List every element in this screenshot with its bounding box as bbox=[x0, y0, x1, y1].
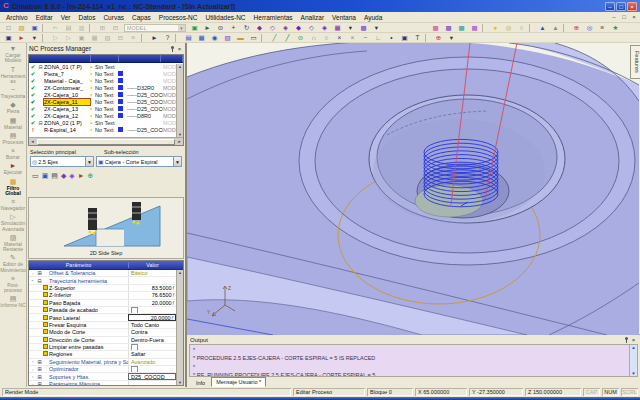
expander-icon[interactable]: ⊟ bbox=[37, 120, 44, 126]
param-row[interactable]: Z-Superior 83.5000 bbox=[29, 285, 176, 292]
expander-icon[interactable]: ⊞ bbox=[36, 366, 43, 372]
param-value[interactable]: Básico bbox=[128, 270, 176, 276]
rotate-view-icon[interactable]: ↻ bbox=[240, 23, 253, 32]
param-row[interactable]: Z-Inferior 76.6500 bbox=[29, 292, 176, 299]
simulate-icon[interactable]: ▷ bbox=[49, 33, 62, 42]
tab-mensaje-usuario[interactable]: Mensaje Usuario * bbox=[211, 377, 266, 387]
trim-icon[interactable]: × bbox=[346, 33, 359, 42]
param-row[interactable]: ▫ ⊞ Offset & Tolerancia Básico bbox=[29, 270, 176, 277]
minimize-button[interactable]: – bbox=[605, 2, 615, 11]
menu-item[interactable]: Datos bbox=[74, 14, 99, 21]
expander-icon[interactable]: ⊞ bbox=[36, 374, 43, 380]
viewport-3d[interactable]: Y Z Features bbox=[187, 43, 640, 335]
view-dropdown-arrow[interactable]: ▾ bbox=[370, 23, 383, 32]
tree-row[interactable]: ✔ Material - Caja_ No Text MODEL bbox=[29, 77, 176, 84]
link-icon[interactable]: ⊞ bbox=[96, 23, 109, 32]
param-value[interactable]: Todo Canto bbox=[128, 322, 176, 328]
sidebar-informe-nc[interactable]: ▤ Informe NC bbox=[0, 295, 27, 308]
param-row[interactable]: Paso Lateral 20.0000 bbox=[29, 314, 176, 321]
color-chip[interactable] bbox=[118, 127, 127, 132]
tree-row[interactable]: ✔ 2X-Cajera_13 No Text D25_COCO MODEL bbox=[29, 105, 176, 112]
spline-icon[interactable]: ~ bbox=[359, 33, 372, 42]
param-row[interactable]: ▫ ⊞ Parámetros Máquina bbox=[29, 381, 176, 385]
circle-icon[interactable]: ⊙ bbox=[294, 33, 307, 42]
simulate-stop-icon[interactable]: ▣ bbox=[75, 33, 88, 42]
hand-icon[interactable]: ▬ bbox=[234, 33, 247, 42]
sidebar-herramientas[interactable]: T Herramientas bbox=[0, 66, 27, 85]
mdi-window-button[interactable]: × bbox=[630, 13, 638, 21]
line-icon[interactable]: ╱ bbox=[268, 33, 281, 42]
simulate-step-icon[interactable]: ▷ bbox=[62, 33, 75, 42]
tree-horizontal-scrollbar[interactable]: ◄► bbox=[29, 137, 183, 145]
param-value[interactable] bbox=[128, 307, 176, 313]
param-row[interactable]: Regiones Saltar bbox=[29, 351, 176, 358]
info-icon[interactable]: ◉ bbox=[208, 33, 221, 42]
param-value[interactable] bbox=[128, 277, 176, 283]
arrow-up-grey-icon[interactable]: ▲ bbox=[549, 23, 562, 32]
edit-process-icon[interactable]: ▣ bbox=[42, 171, 49, 180]
param-row[interactable]: Paso Bajada 20.0000 bbox=[29, 300, 176, 307]
part-3d-view[interactable]: Y Z bbox=[187, 43, 639, 335]
sidebar-procesos[interactable]: ▤ Procesos bbox=[0, 132, 27, 145]
param-row[interactable]: Fresar Esquina Todo Canto bbox=[29, 322, 176, 329]
tree-row[interactable]: ✔ 2X-Cajera_12 No Text D8R0 MODEL bbox=[29, 112, 176, 119]
close-icon[interactable]: × bbox=[176, 45, 183, 53]
expander-icon[interactable]: ⊟ bbox=[37, 64, 44, 70]
pointer-icon[interactable]: ► bbox=[148, 33, 161, 42]
table-icon[interactable]: ▤ bbox=[182, 33, 195, 42]
expander-icon[interactable]: ⊟ bbox=[36, 278, 43, 284]
param-row[interactable]: ▫ ⊞ Soportes y Htas. D25_COCOD bbox=[29, 373, 176, 380]
sidebar-material[interactable]: ▦ Material bbox=[0, 117, 27, 130]
cut-icon[interactable]: ✂ bbox=[49, 23, 62, 32]
pin-icon[interactable] bbox=[169, 45, 176, 53]
tree-row[interactable]: ✔ ⊟ ZONA_01 (7 P) Sin Text MODEL bbox=[29, 63, 176, 70]
text-icon[interactable]: T bbox=[411, 33, 424, 42]
color-chip[interactable] bbox=[118, 106, 127, 111]
output-log[interactable]: ** PROCEDURE 2.5 EJES-CAJERA - CORTE ESP… bbox=[189, 344, 638, 377]
mdi-window-button[interactable]: – bbox=[610, 13, 618, 21]
stock-icon[interactable]: ▦ bbox=[88, 33, 101, 42]
menu-item[interactable]: Utilidades-NC bbox=[201, 14, 249, 21]
tools-table-icon[interactable]: ◈ bbox=[69, 171, 74, 180]
window-pink-icon[interactable]: ▩ bbox=[429, 23, 442, 32]
chart-icon[interactable]: ▧ bbox=[221, 33, 234, 42]
param-value[interactable]: D25_COCOD bbox=[128, 373, 176, 379]
shaded-mode-icon[interactable]: ◆ bbox=[253, 23, 266, 32]
open-folder-icon[interactable]: ▨ bbox=[15, 23, 28, 32]
tree-row[interactable]: ! R-Espiral_14 No Text D25_COCO MODEL bbox=[29, 126, 176, 133]
hidden-line-mode-icon[interactable]: ◈ bbox=[279, 23, 292, 32]
section-mode-icon[interactable]: ◈ bbox=[318, 23, 331, 32]
corner-icon[interactable]: ∟ bbox=[372, 33, 385, 42]
param-value[interactable]: Contra bbox=[128, 329, 176, 335]
chevron-down-icon[interactable]: ▾ bbox=[178, 25, 185, 31]
tree-row[interactable]: ✔ Pieza_7 No Text MODEL bbox=[29, 70, 176, 77]
delete-geometry-icon[interactable]: × bbox=[333, 33, 346, 42]
param-value[interactable]: 76.6500 bbox=[128, 292, 176, 298]
main-selection-combo[interactable]: ◎ 2.5 Ejes ▼ bbox=[30, 156, 94, 167]
color-chip[interactable] bbox=[118, 85, 127, 90]
paste-icon[interactable]: ▥ bbox=[75, 23, 88, 32]
polyline-icon[interactable]: ╱ bbox=[281, 33, 294, 42]
param-value[interactable] bbox=[128, 344, 176, 350]
render-options-icon[interactable]: ▦ bbox=[331, 23, 344, 32]
document-icon[interactable]: ▭ bbox=[247, 33, 260, 42]
pick-tool-icon[interactable]: ► bbox=[78, 171, 85, 180]
pin-icon[interactable] bbox=[623, 336, 630, 344]
bulb-half-icon[interactable]: ◎ bbox=[502, 23, 515, 32]
param-row[interactable]: ▫ ⊞ Seguimiento Material, pinza y So Ava… bbox=[29, 359, 176, 366]
display-mode-icon[interactable]: ◆ bbox=[292, 23, 305, 32]
tab-info[interactable]: Info bbox=[192, 379, 209, 387]
param-value[interactable]: 83.5000 bbox=[128, 285, 176, 291]
save-icon[interactable]: ▣ bbox=[28, 23, 41, 32]
features-panel-tab[interactable]: Features bbox=[630, 45, 640, 79]
plane-dropdown-arrow[interactable]: ▾ bbox=[445, 33, 458, 42]
ellipse-icon[interactable]: ○ bbox=[320, 33, 333, 42]
menu-item[interactable]: Ventana bbox=[328, 14, 360, 21]
param-value[interactable] bbox=[128, 366, 176, 372]
menu-item[interactable]: Ayuda bbox=[360, 14, 386, 21]
sidebar-cargar-modelo[interactable]: ▼ Cargar Modelo bbox=[0, 45, 27, 64]
grid-icon[interactable]: ▦ bbox=[195, 33, 208, 42]
chevron-down-icon[interactable]: ▼ bbox=[85, 157, 93, 166]
select-filter-icon[interactable]: ► bbox=[201, 23, 214, 32]
expander-icon[interactable]: ⊞ bbox=[36, 359, 43, 365]
